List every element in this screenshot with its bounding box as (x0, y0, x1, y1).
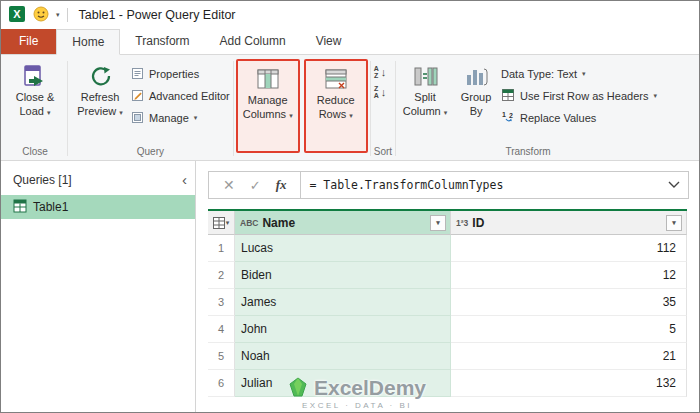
group-label-sort: Sort (374, 143, 392, 160)
properties-button[interactable]: Properties (131, 63, 230, 85)
manage-columns-label2: Columns ▾ (243, 108, 293, 122)
close-and-load-icon (22, 62, 48, 90)
row-number[interactable]: 2 (208, 262, 235, 289)
manage-columns-button[interactable]: Manage Columns ▾ (239, 61, 297, 122)
cell-name[interactable]: Lucas (235, 235, 451, 262)
tab-file[interactable]: File (1, 29, 56, 54)
filter-button-name[interactable]: ▾ (430, 215, 446, 231)
dropdown-caret-icon: ▾ (47, 109, 51, 116)
cell-name[interactable]: Biden (235, 262, 451, 289)
ribbon-group-sort: AZ ↓ ZA ↓ Sort (371, 57, 395, 160)
cell-id[interactable]: 35 (451, 289, 687, 316)
ribbon: Close & Load ▾ Close Refresh Preview ▾ (1, 55, 699, 161)
svg-text:2: 2 (509, 112, 513, 119)
cell-id[interactable]: 112 (451, 235, 687, 262)
table-row: 1 Lucas 112 (208, 235, 687, 262)
cancel-icon[interactable]: ✕ (223, 177, 235, 193)
manage-label: Manage (149, 112, 189, 124)
data-type-label: Data Type: Text (501, 68, 577, 80)
row-number[interactable]: 6 (208, 370, 235, 397)
fx-icon[interactable]: fx (276, 177, 287, 193)
dropdown-caret-icon: ▾ (349, 112, 353, 119)
filter-button-id[interactable]: ▾ (666, 215, 682, 231)
column-name-label: Name (262, 216, 295, 230)
row-number[interactable]: 3 (208, 289, 235, 316)
cell-id[interactable]: 5 (451, 316, 687, 343)
advanced-editor-label: Advanced Editor (149, 90, 230, 102)
row-number[interactable]: 5 (208, 343, 235, 370)
group-by-label: Group (461, 91, 492, 104)
use-first-row-as-headers-button[interactable]: Use First Row as Headers ▾ (501, 85, 657, 107)
sort-arrow-icon: ↓ (381, 66, 387, 78)
smiley-feedback-icon[interactable] (33, 6, 49, 25)
ribbon-group-query: Refresh Preview ▾ Properties Advanced Ed… (68, 57, 233, 160)
properties-icon (131, 67, 144, 82)
sort-az-icon: AZ (374, 65, 379, 79)
number-type-icon: 1²3 (456, 218, 468, 228)
refresh-icon (88, 62, 112, 90)
cell-id[interactable]: 12 (451, 262, 687, 289)
cell-id[interactable]: 132 (451, 370, 687, 397)
replace-values-label: Replace Values (520, 112, 596, 124)
cell-name[interactable]: James (235, 289, 451, 316)
advanced-editor-button[interactable]: Advanced Editor (131, 85, 230, 107)
dropdown-caret-icon: ▾ (194, 114, 198, 122)
cell-name[interactable]: Julian (235, 370, 451, 397)
first-row-headers-label: Use First Row as Headers (520, 90, 648, 102)
preview-area: ✕ ✓ fx = Table.TransformColumnTypes ▾ (196, 161, 699, 412)
divider (233, 61, 234, 156)
table-row: 2 Biden 12 (208, 262, 687, 289)
reduce-rows-highlight-box: Reduce Rows ▾ (304, 59, 368, 153)
formula-input[interactable]: = Table.TransformColumnTypes (300, 171, 689, 199)
column-header-id[interactable]: 1²3 ID ▾ (451, 211, 687, 235)
table-menu-button[interactable]: ▾ (208, 211, 235, 235)
quick-access-caret-icon[interactable]: ▾ (56, 11, 60, 19)
close-and-load-label: Close & (16, 91, 55, 104)
group-by-icon (463, 62, 489, 90)
ribbon-group-close: Close & Load ▾ Close (3, 57, 67, 160)
refresh-preview-button[interactable]: Refresh Preview ▾ (71, 58, 129, 119)
collapse-pane-icon[interactable]: ‹ (182, 175, 187, 185)
sort-ascending-button[interactable]: AZ ↓ (374, 65, 387, 79)
replace-values-button[interactable]: 12 Replace Values (501, 107, 657, 129)
divider (67, 8, 68, 22)
sort-za-icon: ZA (374, 85, 379, 99)
advanced-editor-icon (131, 89, 144, 104)
data-type-button[interactable]: Data Type: Text ▾ (501, 63, 657, 85)
row-number[interactable]: 4 (208, 316, 235, 343)
title-bar: X ▾ Table1 - Power Query Editor (1, 1, 699, 29)
reduce-rows-button[interactable]: Reduce Rows ▾ (307, 61, 365, 122)
group-label-transform: Transform (399, 143, 657, 160)
column-id-label: ID (472, 216, 484, 230)
table-row: 5 Noah 21 (208, 343, 687, 370)
sort-descending-button[interactable]: ZA ↓ (374, 85, 387, 99)
refresh-label: Refresh (81, 91, 120, 104)
tab-add-column[interactable]: Add Column (205, 29, 301, 54)
query-item-table1[interactable]: Table1 (1, 195, 195, 219)
close-and-load-button[interactable]: Close & Load ▾ (6, 58, 64, 119)
group-label-query: Query (71, 143, 230, 160)
properties-label: Properties (149, 68, 199, 80)
tab-home[interactable]: Home (56, 29, 120, 55)
sort-arrow-icon: ↓ (381, 86, 387, 98)
tab-transform[interactable]: Transform (120, 29, 204, 54)
row-number[interactable]: 1 (208, 235, 235, 262)
cell-name[interactable]: John (235, 316, 451, 343)
queries-pane: Queries [1] ‹ Table1 (1, 161, 196, 412)
dropdown-caret-icon: ▾ (119, 109, 123, 116)
watermark-subtitle: EXCEL · DATA · BI (232, 401, 482, 410)
formula-expand-icon[interactable] (668, 181, 680, 189)
column-header-name[interactable]: ABC Name ▾ (235, 211, 451, 235)
confirm-icon[interactable]: ✓ (250, 178, 261, 193)
tab-view[interactable]: View (301, 29, 357, 54)
ribbon-tabs: File Home Transform Add Column View (1, 29, 699, 55)
svg-text:X: X (13, 8, 21, 20)
manage-columns-label: Manage (248, 94, 288, 107)
manage-button[interactable]: Manage ▾ (131, 107, 230, 129)
table-row: 4 John 5 (208, 316, 687, 343)
refresh-label2: Preview ▾ (77, 105, 123, 119)
group-by-button[interactable]: Group By (453, 58, 499, 118)
cell-id[interactable]: 21 (451, 343, 687, 370)
cell-name[interactable]: Noah (235, 343, 451, 370)
split-column-button[interactable]: Split Column ▾ (399, 58, 451, 119)
